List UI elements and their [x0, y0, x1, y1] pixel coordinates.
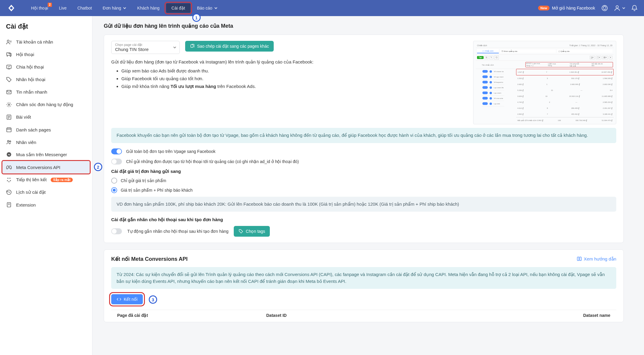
page-select[interactable]: Chọn page cài đặt Chung TIN Store	[111, 41, 180, 54]
main-content: Gửi dữ liệu đơn hàng lên trình quảng cáo…	[92, 16, 635, 355]
top-nav: Hội thoại 2 Live Chatbot Đơn hàng Khách …	[0, 0, 644, 16]
label: Chia hội thoại	[16, 64, 44, 70]
label: Tài khoản cá nhân	[16, 39, 53, 45]
sub-title-tag: Cài đặt gắn nhãn cho hội thoại sau khi t…	[111, 217, 616, 222]
soon-tag: Sắp ra mắt	[51, 178, 73, 182]
view-guide-link[interactable]: Xem hướng dẫn	[577, 256, 616, 262]
toggle-auto-tag[interactable]	[111, 228, 122, 234]
annotation-3: 3	[149, 295, 157, 304]
svg-point-14	[10, 180, 11, 181]
choose-tags-button[interactable]: Chọn tags	[234, 226, 270, 237]
sidebar-item-staff[interactable]: Nhân viên	[2, 136, 90, 148]
th-page: Page đã cài đặt	[117, 313, 266, 318]
history-icon	[6, 189, 12, 195]
toggle-label: Chỉ gửi những đơn được tạo từ hội thoại …	[126, 159, 299, 164]
sidebar-item-conversation[interactable]: Hội thoại	[2, 48, 90, 61]
label: Hội thoại	[16, 52, 34, 57]
section-title-2: Kết nối Meta Conversions API	[111, 256, 188, 262]
label: Mua sắm trên Messenger	[16, 152, 67, 157]
tag-icon	[6, 77, 12, 83]
svg-point-15	[8, 181, 9, 182]
toggle-ads-only[interactable]	[111, 159, 122, 165]
chevron-down-icon	[214, 6, 218, 10]
nav-orders[interactable]: Đơn hàng	[97, 3, 132, 13]
sidebar-item-messenger[interactable]: Mua sắm trên Messenger	[2, 148, 90, 161]
info-box-fb: Facebook khuyến cáo bạn nên gửi toàn bộ …	[111, 128, 616, 143]
user-menu[interactable]	[614, 4, 626, 12]
sidebar-item-affiliate[interactable]: Tiếp thị liên kếtSắp ra mắt	[2, 173, 90, 186]
nav-customers[interactable]: Khách hàng	[132, 3, 165, 13]
sidebar-item-split[interactable]: Chia hội thoại	[2, 61, 90, 73]
info-box-example: VD đơn hàng sản phẩm 100K, phí ship báo …	[111, 197, 616, 212]
select-label: Chọn page cài đặt	[115, 43, 176, 47]
mail-icon	[6, 89, 12, 95]
chevron-down-icon	[622, 6, 626, 10]
nav-label: Cài đặt	[171, 6, 185, 10]
label: Chọn tags	[246, 229, 265, 234]
sidebar-item-autoorder[interactable]: Chăm sóc đơn hàng tự động	[2, 98, 90, 111]
sidebar-item-extension[interactable]: Extension	[2, 199, 90, 211]
sidebar-item-history[interactable]: Lịch sử cài đặt	[2, 186, 90, 199]
label: Meta Conversions API	[16, 165, 60, 170]
code-icon	[117, 297, 121, 302]
table-header: Page đã cài đặt Dataset ID Dataset name	[111, 310, 616, 321]
radio-icon	[111, 187, 117, 193]
nav-conversations[interactable]: Hội thoại 2	[26, 3, 54, 13]
label: Kết nối	[124, 297, 137, 302]
toggle-send-all[interactable]	[111, 148, 122, 154]
info-box-capi: Từ 2024: Các sự kiện chuyển đổi sẽ gửi l…	[111, 267, 616, 289]
svg-point-8	[7, 140, 9, 142]
radio-icon	[111, 178, 117, 184]
label: Lịch sử cài đặt	[16, 190, 46, 195]
users-icon	[6, 139, 12, 145]
label: Chăm sóc đơn hàng tự động	[16, 102, 73, 107]
radio-label: Giá trị sản phẩm + Phí ship báo khách	[121, 188, 193, 193]
nav-label: Mở giỏ hàng Facebook	[552, 6, 595, 10]
nav-chatbot[interactable]: Chatbot	[72, 3, 97, 13]
sidebar-item-labels[interactable]: Nhãn hội thoại	[2, 73, 90, 86]
radio-product-only[interactable]: Chỉ gửi giá trị sản phẩm	[111, 178, 616, 184]
new-tag: New	[538, 6, 550, 10]
extension-icon	[6, 202, 12, 208]
messenger-icon	[6, 152, 12, 158]
nav-label: Live	[59, 6, 67, 10]
nav-fb-cart[interactable]: New Mở giỏ hàng Facebook	[538, 6, 595, 10]
connect-button[interactable]: Kết nối	[111, 294, 143, 304]
svg-rect-7	[7, 128, 11, 132]
article-icon	[6, 114, 12, 120]
chevron-down-icon	[123, 6, 126, 10]
annotation-2: 2	[94, 163, 102, 171]
user-icon	[6, 39, 12, 45]
user-icon	[614, 4, 621, 12]
ads-manager-preview: Chiến dịchThời gian: 1 Tháng 12, 2022 - …	[473, 41, 616, 124]
book-icon	[577, 256, 582, 262]
annotation-1: 1	[192, 13, 201, 22]
bell-icon[interactable]	[631, 4, 638, 12]
radio-product-ship[interactable]: Giá trị sản phẩm + Phí ship báo khách	[111, 187, 616, 193]
label: Sao chép cài đặt sang các pages khác	[197, 44, 269, 49]
support-icon[interactable]	[601, 4, 608, 12]
sidebar-item-posts[interactable]: Bài viết	[2, 111, 90, 123]
sidebar-item-meta-api[interactable]: Meta Conversions API	[2, 161, 90, 173]
nav-label: Đơn hàng	[103, 6, 121, 10]
nav-settings[interactable]: Cài đặt	[166, 3, 191, 13]
sidebar-item-quickmsg[interactable]: Tin nhắn nhanh	[2, 86, 90, 98]
sidebar-item-account[interactable]: Tài khoản cá nhân	[2, 36, 90, 48]
toggle-label: Tự động gắn nhãn cho hội thoại sau khi t…	[127, 229, 228, 234]
label: Danh sách pages	[16, 127, 51, 132]
nav-reports[interactable]: Báo cáo	[192, 3, 223, 13]
label: Nhân viên	[16, 140, 36, 145]
chevron-down-icon	[173, 46, 177, 49]
section-title-1: Gửi dữ liệu đơn hàng lên trình quảng cáo…	[104, 23, 624, 29]
label: Xem hướng dẫn	[584, 256, 616, 262]
nav-live[interactable]: Live	[54, 3, 72, 13]
svg-point-2	[7, 40, 9, 42]
app-logo[interactable]	[6, 3, 17, 13]
copy-settings-button[interactable]: Sao chép cài đặt sang các pages khác	[185, 41, 274, 52]
nav-label: Báo cáo	[197, 6, 212, 10]
meta-icon	[6, 164, 12, 170]
label: Tin nhắn nhanh	[16, 89, 47, 95]
sidebar-item-pages[interactable]: Danh sách pages	[2, 123, 90, 136]
sub-title-value: Cài đặt giá trị đơn hàng gửi sang	[111, 169, 616, 174]
card-connect-capi: Kết nối Meta Conversions API Xem hướng d…	[104, 249, 624, 322]
